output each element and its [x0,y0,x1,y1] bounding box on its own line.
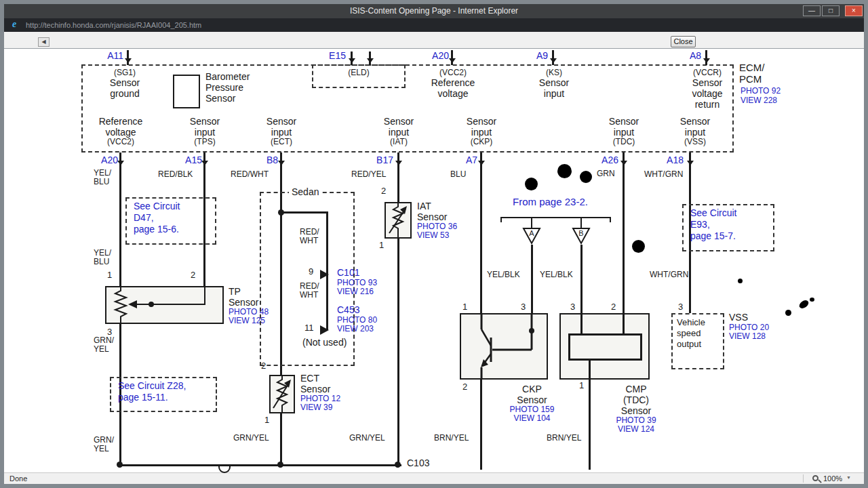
fn-iat: Sensor input (IAT) [365,116,433,146]
ckp-transistor-symbol [461,314,547,378]
ink-blot [580,171,592,183]
cmp-pin-2: 2 [611,302,616,312]
wire-red-wht-sedan-1: RED/ WHT [300,228,319,245]
pin-a11-arrow-icon [125,58,132,63]
ink-blot [525,178,538,190]
pin-label-a9: A9 [524,50,548,61]
bracket-tick-left [500,217,502,222]
cmp-inner-wire-2 [623,314,625,333]
ect-pin-top: 2 [261,361,266,371]
fn-vss: Sensor input (VSS) [661,116,729,146]
wire-grn-yel-bottom-left: GRN/ YEL [94,436,114,453]
wire-red-yel: RED/YEL [351,170,386,179]
tp-pin-2: 2 [191,270,195,280]
cmp-sensor-label: CMP (TDC) Sensor PHOTO 39 VIEW 124 [589,384,684,434]
vss-label: VSS PHOTO 20 VIEW 128 [729,311,769,341]
c103-connector-symbol [218,466,231,473]
tp-potentiometer-symbol [106,287,222,323]
wire-yel-blk-1: YEL/BLK [487,270,520,279]
bracket-tick-right [610,217,611,222]
baro-sensor-label: Barometer Pressure Sensor [205,71,250,104]
see-circuit-d47-text: See Circuit D47, page 15-6. [134,201,180,235]
wire-grn-yel-b8: GRN/YEL [233,434,269,443]
iat-pin-top: 2 [381,186,386,196]
branch-a-triangle: A [523,228,540,244]
wire-grn-yel-b17: GRN/YEL [349,434,385,443]
cmp-pin-1: 1 [579,381,584,390]
ckp-pin-2: 2 [462,382,467,392]
pin-a20-arrow-icon [117,161,124,165]
pin-label-b17: B17 [369,155,393,165]
cmp-inner-wire-3 [580,314,583,333]
ground-bus [119,464,401,466]
ckp-pin-1: 1 [462,302,467,312]
cmp-pin-3: 3 [570,302,575,312]
pin-label-a18: A18 [659,155,684,165]
from-page-note: From page 23-2. [513,196,588,207]
ect-thermistor-symbol [271,376,294,412]
vcc2-function: (VCC2) Reference voltage [419,68,487,99]
sedan-label: Sedan [289,186,321,197]
pin-a18-arrow-icon [687,161,694,165]
pin-a26-arrow-icon [620,161,627,165]
pin-label-a7: A7 [453,155,477,165]
wire-b17-upper [397,167,399,202]
c453-terminal-arrow-icon [320,325,329,335]
pin-label-b8: B8 [254,155,278,165]
wire-red-wht-sedan-2: RED/ WHT [300,282,319,300]
pin-a15-arrow-icon [201,161,208,165]
view-link-ect[interactable]: VIEW 39 [300,403,340,412]
ink-blot [738,279,743,283]
pin-e15-arrow-icon [367,58,374,63]
pin-a8-arrow-icon [703,58,710,63]
bracket-line [500,217,611,218]
c101-label: C101 PHOTO 93 VIEW 216 [337,266,377,296]
bus-dot-1 [117,462,123,468]
vss-pin-3: 3 [678,302,683,312]
fn-tps: Sensor input (TPS) [171,116,239,146]
bus-dot-3 [395,462,401,468]
pin-e15-arrow-icon [349,58,355,63]
view-link-vss[interactable]: VIEW 128 [729,332,769,341]
view-link-iat[interactable]: VIEW 53 [417,231,457,240]
bracket-drop-b [580,218,582,228]
wire-brn-yel-cmp: BRN/YEL [547,434,581,443]
view-link-cmp[interactable]: VIEW 124 [589,425,684,434]
wire-b8-lower [280,413,282,466]
photo-link-ecm[interactable]: PHOTO 92 [741,87,781,96]
c453-label: C453 PHOTO 80 VIEW 203 [337,304,377,333]
ink-blot [810,298,814,302]
pin-label-a11: A11 [99,50,123,61]
wiring-diagram: (ELD) A11 E15 A20 A9 A8 (SG1) Sensor gro… [0,0,868,488]
view-link-c101[interactable]: VIEW 216 [337,287,377,296]
tp-pin-1: 1 [107,270,112,280]
wire-a20-upper [119,167,121,286]
view-link-ckp[interactable]: VIEW 104 [483,414,581,423]
pin-a7-arrow-icon [478,161,485,165]
sedan-branch-h [281,211,328,214]
fn-tdc: Sensor input (TDC) [590,116,658,146]
view-link-c453[interactable]: VIEW 203 [337,325,377,333]
ks-function: (KS) Sensor input [520,68,588,99]
ect-pin-bottom: 1 [264,415,269,425]
pin-label-a26: A26 [594,155,618,165]
svg-text:B: B [578,229,583,237]
pin-b17-arrow-icon [395,161,402,165]
pin-a20-top-arrow-icon [449,58,456,63]
view-link-ecm[interactable]: VIEW 228 [741,96,777,105]
wire-b17-lower [397,239,399,466]
ecm-name: ECM/ PCM [739,62,765,85]
wire-yel-blu: YEL/ BLU [94,169,111,186]
wire-a26 [623,167,625,313]
pin-b8-arrow-icon [278,161,285,165]
ink-blot [632,240,645,253]
wire-brn-yel-ckp: BRN/YEL [434,434,469,443]
wire-yel-blk-2: YEL/BLK [540,270,573,279]
wire-branch-b [580,245,583,313]
iat-sensor-label: IAT Sensor PHOTO 36 VIEW 53 [417,201,457,240]
ect-sensor-label: ECT Sensor PHOTO 12 VIEW 39 [300,373,340,412]
pin-label-a20: A20 [94,155,118,165]
sg1-function: (SG1) Sensor ground [91,68,159,99]
bus-dot-2 [277,462,283,468]
eld-code: (ELD) [313,68,404,77]
